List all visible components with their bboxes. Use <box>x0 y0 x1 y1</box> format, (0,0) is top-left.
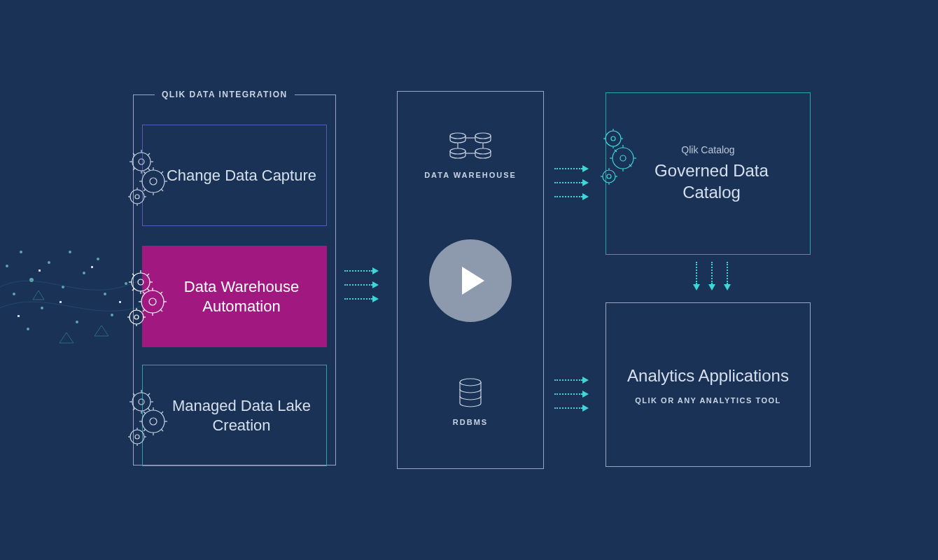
svg-line-84 <box>148 393 150 396</box>
svg-point-111 <box>611 136 615 141</box>
diagram-stage: QLIK DATA INTEGRATION <box>0 0 938 560</box>
svg-line-42 <box>161 172 163 174</box>
card-change-data-capture: Change Data Capture <box>142 125 327 226</box>
svg-line-91 <box>144 412 146 414</box>
svg-rect-15 <box>38 270 41 272</box>
svg-point-43 <box>130 190 144 204</box>
analytics-subtitle: QLIK OR ANY ANALYTICS TOOL <box>635 396 781 405</box>
arrows-warehouse-to-catalog <box>554 165 589 200</box>
svg-line-94 <box>161 412 163 414</box>
svg-line-32 <box>148 153 150 155</box>
svg-line-39 <box>144 172 146 174</box>
svg-marker-22 <box>33 290 44 300</box>
svg-point-101 <box>450 133 465 139</box>
svg-point-13 <box>111 314 113 316</box>
play-button[interactable] <box>429 239 512 322</box>
data-warehouse-block: DATA WAREHOUSE <box>398 130 543 179</box>
svg-point-34 <box>150 178 157 185</box>
svg-line-92 <box>161 429 163 431</box>
svg-point-96 <box>135 435 139 439</box>
data-warehouse-icon <box>442 130 498 161</box>
svg-point-6 <box>104 293 106 295</box>
svg-point-110 <box>606 131 621 146</box>
arrows-integration-to-warehouse <box>344 267 379 302</box>
svg-point-50 <box>138 279 144 285</box>
svg-point-125 <box>607 174 611 178</box>
svg-line-29 <box>133 153 135 155</box>
catalog-container: Qlik Catalog Governed Data Catalog <box>606 92 811 255</box>
gears-icon <box>122 146 171 209</box>
svg-marker-21 <box>94 326 108 336</box>
svg-line-68 <box>160 292 162 294</box>
svg-point-60 <box>149 298 156 305</box>
svg-point-95 <box>130 430 144 444</box>
card-title: Change Data Capture <box>153 166 316 186</box>
svg-line-57 <box>132 288 134 290</box>
svg-point-24 <box>139 159 144 164</box>
gears-icon <box>594 125 643 188</box>
svg-point-4 <box>62 286 64 288</box>
svg-point-7 <box>41 307 43 309</box>
svg-point-11 <box>27 328 29 330</box>
svg-point-70 <box>134 315 139 319</box>
svg-rect-17 <box>91 266 93 268</box>
svg-line-67 <box>143 309 145 312</box>
svg-rect-18 <box>18 315 20 317</box>
svg-point-1 <box>20 251 22 253</box>
svg-line-81 <box>133 393 135 396</box>
database-icon <box>456 377 484 408</box>
data-warehouse-label: DATA WAREHOUSE <box>398 171 543 179</box>
rdbms-label: RDBMS <box>398 418 543 426</box>
play-icon <box>462 267 484 295</box>
svg-point-5 <box>83 272 85 274</box>
svg-line-31 <box>133 168 135 170</box>
integration-container: QLIK DATA INTEGRATION <box>133 94 336 465</box>
svg-line-65 <box>143 292 145 294</box>
card-data-warehouse-automation: Data Warehouse Automation <box>142 246 327 347</box>
svg-line-93 <box>144 429 146 431</box>
svg-point-0 <box>6 265 8 267</box>
arrows-rdbms-to-analytics <box>554 377 589 412</box>
svg-line-30 <box>148 168 150 170</box>
svg-point-3 <box>48 261 50 264</box>
svg-point-124 <box>603 170 615 183</box>
gears-icon <box>121 267 170 330</box>
svg-point-2 <box>29 278 34 282</box>
svg-point-8 <box>69 251 71 253</box>
catalog-subtitle: Qlik Catalog <box>681 144 734 155</box>
svg-point-102 <box>475 133 491 139</box>
svg-point-117 <box>620 155 626 161</box>
rdbms-block: RDBMS <box>398 377 543 426</box>
svg-point-9 <box>97 258 99 260</box>
gears-icon <box>122 386 171 449</box>
svg-line-56 <box>147 288 149 290</box>
svg-point-76 <box>139 399 144 405</box>
svg-line-83 <box>133 408 135 410</box>
svg-marker-20 <box>59 332 74 343</box>
svg-point-44 <box>135 195 139 199</box>
svg-point-86 <box>150 418 157 425</box>
svg-point-103 <box>450 148 465 154</box>
analytics-container: Analytics Applications QLIK OR ANY ANALY… <box>606 302 811 467</box>
svg-point-104 <box>475 148 491 154</box>
svg-line-41 <box>144 189 146 191</box>
svg-point-109 <box>460 379 481 386</box>
integration-header: QLIK DATA INTEGRATION <box>155 90 295 99</box>
svg-point-14 <box>13 293 15 295</box>
svg-rect-16 <box>59 301 62 303</box>
svg-point-12 <box>76 321 78 323</box>
svg-line-40 <box>161 189 163 191</box>
analytics-title: Analytics Applications <box>627 365 789 386</box>
svg-line-66 <box>160 309 162 312</box>
arrows-catalog-to-analytics <box>693 262 731 290</box>
card-managed-data-lake: Managed Data Lake Creation <box>142 365 327 466</box>
svg-line-55 <box>132 274 134 276</box>
svg-line-58 <box>147 274 149 276</box>
svg-point-69 <box>130 310 144 324</box>
svg-line-82 <box>148 408 150 410</box>
